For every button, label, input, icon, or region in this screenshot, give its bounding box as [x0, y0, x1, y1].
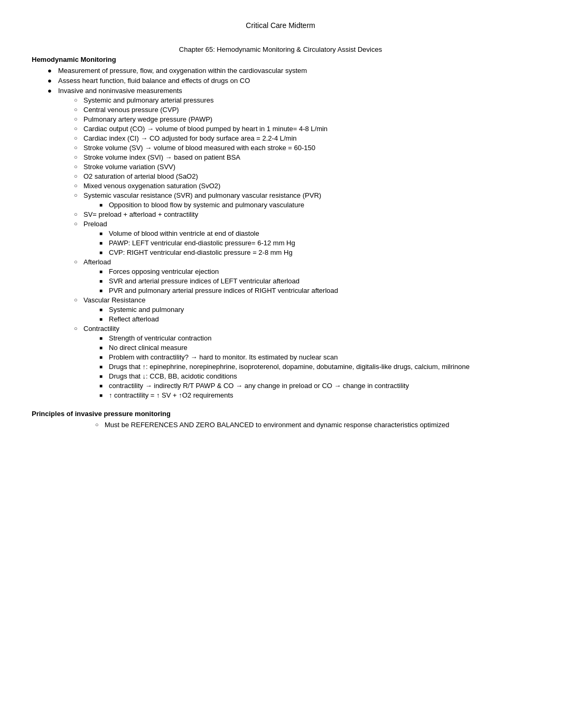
sub-item-sao2: O2 saturation of arterial blood (SaO2) [74, 172, 529, 180]
contractility-list: Strength of ventricular contraction No d… [83, 334, 529, 399]
principles-heading: Principles of invasive pressure monitori… [32, 410, 529, 418]
contractility-item-3: Problem with contractility? → hard to mo… [99, 353, 529, 361]
afterload-item-3: PVR and pulmonary arterial pressure indi… [99, 287, 529, 294]
contractility-item-4: Drugs that ↑: epinephrine, norepinephrin… [99, 363, 529, 371]
list-item-2: Assess heart function, fluid balance and… [48, 77, 529, 85]
vascular-item-1: Systemic and pulmonary [99, 306, 529, 314]
main-list: Measurement of pressure, flow, and oxyge… [32, 67, 529, 399]
sub-item-svi: Stroke volume index (SVI) → based on pat… [74, 153, 529, 161]
svr-sub-item: Opposition to blood flow by systemic and… [99, 201, 529, 209]
sub-item-sv: Stroke volume (SV) → volume of blood mea… [74, 144, 529, 152]
sub-item-co: Cardiac output (CO) → volume of blood pu… [74, 125, 529, 133]
sub-item-svr-pvr: Systemic vascular resistance (SVR) and p… [74, 191, 529, 209]
list-item-3: Invasive and noninvasive measurements Sy… [48, 87, 529, 399]
sub-item-preload: Preload Volume of blood within ventricle… [74, 220, 529, 256]
principles-item-1: Must be REFERENCES AND ZERO BALANCED to … [95, 421, 529, 429]
sub-item-sv-formula: SV= preload + afterload + contractility [74, 210, 529, 218]
preload-list: Volume of blood within ventricle at end … [83, 229, 529, 256]
contractility-item-2: No direct clinical measure [99, 344, 529, 352]
contractility-item-1: Strength of ventricular contraction [99, 334, 529, 342]
afterload-item-1: Forces opposing ventricular ejection [99, 268, 529, 275]
vascular-item-2: Reflect afterload [99, 315, 529, 323]
principles-list: Must be REFERENCES AND ZERO BALANCED to … [32, 421, 529, 429]
sub-item-afterload: Afterload Forces opposing ventricular ej… [74, 258, 529, 294]
preload-item-2: PAWP: LEFT ventricular end-diastolic pre… [99, 239, 529, 247]
preload-item-3: CVP: RIGHT ventricular end-diastolic pre… [99, 248, 529, 256]
contractility-item-6: contractility → indirectly R/T PAWP & CO… [99, 382, 529, 390]
sub-item-systemic: Systemic and pulmonary arterial pressure… [74, 96, 529, 104]
page-title: Critical Care Midterm [32, 21, 529, 30]
section-heading: Hemodynamic Monitoring [32, 56, 529, 63]
contractility-item-7: ↑ contractility = ↑ SV + ↑O2 requirement… [99, 391, 529, 399]
vascular-list: Systemic and pulmonary Reflect afterload [83, 306, 529, 323]
sub-item-cvp: Central venous pressure (CVP) [74, 106, 529, 114]
sub-item-vascular: Vascular Resistance Systemic and pulmona… [74, 296, 529, 323]
contractility-item-5: Drugs that ↓: CCB, BB, acidotic conditio… [99, 372, 529, 380]
preload-item-1: Volume of blood within ventricle at end … [99, 229, 529, 237]
sub-item-contractility: Contractility Strength of ventricular co… [74, 325, 529, 399]
svr-sub-list: Opposition to blood flow by systemic and… [83, 201, 529, 209]
list-item-1: Measurement of pressure, flow, and oxyge… [48, 67, 529, 75]
sub-list: Systemic and pulmonary arterial pressure… [58, 96, 529, 399]
sub-item-pawp: Pulmonary artery wedge pressure (PAWP) [74, 115, 529, 123]
sub-item-svo2: Mixed venous oxygenation saturation (SvO… [74, 182, 529, 190]
chapter-title: Chapter 65: Hemodynamic Monitoring & Cir… [32, 45, 529, 53]
afterload-list: Forces opposing ventricular ejection SVR… [83, 268, 529, 294]
principles-section: Principles of invasive pressure monitori… [32, 410, 529, 429]
afterload-item-2: SVR and arterial pressure indices of LEF… [99, 277, 529, 285]
sub-item-ci: Cardiac index (CI) → CO adjusted for bod… [74, 134, 529, 142]
sub-item-svv: Stroke volume variation (SVV) [74, 163, 529, 171]
